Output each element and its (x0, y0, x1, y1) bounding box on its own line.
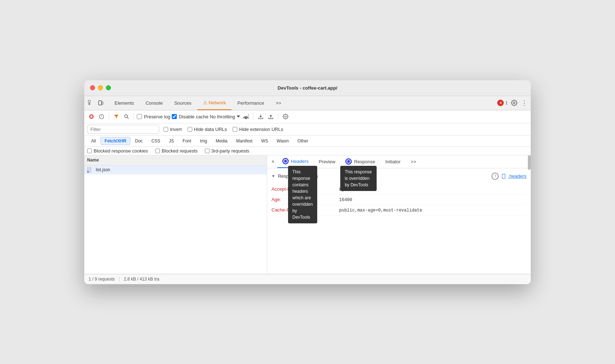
network-settings-icon[interactable] (281, 112, 290, 121)
tab-more[interactable]: >> (270, 96, 287, 110)
network-warn-icon: ⚠ (203, 100, 207, 105)
devtools-body: Elements Console Sources ⚠ Network Perfo… (84, 96, 531, 284)
filter-options: Invert Hide data URLs Hide extension URL… (163, 127, 283, 132)
error-indicator: ✕ 1 (497, 100, 508, 106)
type-btn-manifest[interactable]: Manifest (232, 137, 256, 145)
filter-bar: Invert Hide data URLs Hide extension URL… (84, 123, 531, 136)
type-btn-font[interactable]: Font (179, 137, 195, 145)
detail-panel: × Headers This response contains headers… (267, 155, 531, 274)
response-tooltip: This response is overridden by DevTools (340, 166, 377, 191)
third-party-requests-label[interactable]: 3rd-party requests (205, 148, 250, 154)
type-btn-doc[interactable]: Doc (131, 137, 147, 145)
request-row-list-json[interactable]: list.json (84, 165, 267, 174)
tab-bar-icons (87, 99, 104, 106)
blocked-requests-checkbox[interactable] (155, 149, 160, 153)
help-icon[interactable]: ? (491, 173, 499, 180)
response-override-radio (345, 158, 352, 165)
scrollbar-thumb[interactable] (528, 155, 531, 170)
headers-file-link[interactable]: .headers (502, 173, 526, 179)
invert-label[interactable]: Invert (163, 127, 182, 132)
disable-cache-label[interactable]: Disable cache (179, 114, 208, 119)
svg-rect-0 (88, 100, 90, 103)
hide-extension-urls-label[interactable]: Hide extension URLs (233, 127, 283, 132)
error-count: 1 (505, 100, 508, 105)
stop-recording-button[interactable] (87, 112, 96, 121)
tab-elements[interactable]: Elements (109, 96, 140, 110)
toolbar-separator-3 (253, 113, 253, 120)
hide-data-urls-label[interactable]: Hide data URLs (188, 127, 227, 132)
type-btn-all[interactable]: All (87, 137, 100, 145)
svg-rect-7 (90, 115, 93, 118)
filter-button[interactable] (112, 112, 121, 121)
tab-headers[interactable]: Headers This response contains headers w… (277, 155, 314, 168)
devtools-window: DevTools - coffee-cart.app/ (84, 80, 531, 284)
tab-console[interactable]: Console (140, 96, 169, 110)
type-btn-fetch-xhr[interactable]: Fetch/XHR (100, 137, 130, 145)
preserve-log-group: Preserve log (137, 114, 170, 119)
disable-cache-group: Disable cache (172, 114, 208, 119)
network-toolbar: Preserve log Disable cache No throttling (84, 110, 531, 123)
svg-point-14 (285, 116, 286, 117)
override-indicator (87, 170, 89, 173)
svg-point-13 (245, 118, 246, 119)
svg-point-11 (125, 115, 127, 118)
toolbar-separator-1 (109, 113, 109, 120)
filter-input[interactable] (87, 125, 159, 134)
search-button[interactable] (122, 112, 131, 121)
third-party-checkbox[interactable] (205, 149, 210, 153)
detail-close-button[interactable]: × (269, 157, 277, 166)
blocked-options-bar: Blocked response cookies Blocked request… (84, 147, 531, 155)
invert-checkbox[interactable] (163, 127, 168, 132)
tab-response[interactable]: Response This response is overridden by … (340, 155, 380, 168)
type-filter-bar: All Fetch/XHR Doc CSS JS Font Img Media … (84, 136, 531, 147)
headers-override-radio (282, 158, 289, 164)
type-btn-ws[interactable]: WS (257, 137, 272, 145)
type-btn-media[interactable]: Media (212, 137, 232, 145)
transfer-size: 2.8 kB / 413 kB tra (124, 277, 160, 282)
scrollbar-track[interactable] (528, 155, 531, 168)
network-conditions-icon[interactable] (242, 112, 250, 121)
main-split: Name list.json (84, 155, 531, 274)
inspect-element-icon[interactable] (87, 99, 94, 106)
type-btn-other[interactable]: Other (293, 137, 312, 145)
more-options-icon[interactable]: ⋮ (521, 99, 528, 106)
error-badge: ✕ (497, 100, 504, 106)
preserve-log-label[interactable]: Preserve log (144, 114, 170, 119)
tab-network[interactable]: ⚠ Network (197, 96, 232, 110)
requests-panel: Name list.json (84, 155, 267, 274)
close-button[interactable] (90, 85, 95, 90)
minimize-button[interactable] (98, 85, 103, 90)
settings-icon[interactable] (511, 99, 518, 106)
tab-bar: Elements Console Sources ⚠ Network Perfo… (84, 96, 531, 110)
import-har-icon[interactable] (256, 112, 265, 121)
throttle-select[interactable]: No throttling (210, 114, 240, 119)
tab-preview[interactable]: Preview (314, 155, 340, 168)
blocked-cookies-checkbox[interactable] (87, 149, 92, 153)
type-btn-img[interactable]: Img (196, 137, 211, 145)
blocked-requests-label[interactable]: Blocked requests (155, 148, 198, 154)
window-title: DevTools - coffee-cart.app/ (278, 85, 337, 91)
tab-performance[interactable]: Performance (232, 96, 270, 110)
maximize-button[interactable] (106, 85, 111, 90)
type-btn-css[interactable]: CSS (147, 137, 164, 145)
detail-tab-bar: × Headers This response contains headers… (267, 155, 531, 168)
device-toolbar-icon[interactable] (97, 99, 104, 106)
hide-extension-urls-checkbox[interactable] (233, 127, 237, 132)
tab-initiator[interactable]: Initiator (380, 155, 406, 168)
preserve-log-checkbox[interactable] (137, 114, 142, 119)
blocked-cookies-label[interactable]: Blocked response cookies (87, 148, 148, 154)
disable-cache-checkbox[interactable] (172, 114, 177, 119)
request-file-icon (87, 167, 93, 173)
clear-button[interactable] (97, 112, 106, 121)
collapse-triangle[interactable]: ▼ (271, 174, 275, 178)
tab-more-detail[interactable]: >> (406, 155, 421, 168)
hide-data-urls-checkbox[interactable] (188, 127, 192, 132)
status-separator (119, 277, 120, 282)
tab-sources[interactable]: Sources (169, 96, 197, 110)
type-btn-js[interactable]: JS (165, 137, 178, 145)
type-btn-wasm[interactable]: Wasm (273, 137, 293, 145)
requests-header: Name (84, 155, 267, 165)
svg-rect-19 (502, 174, 505, 178)
tab-right-actions: ✕ 1 ⋮ (497, 99, 528, 106)
export-har-icon[interactable] (266, 112, 275, 121)
